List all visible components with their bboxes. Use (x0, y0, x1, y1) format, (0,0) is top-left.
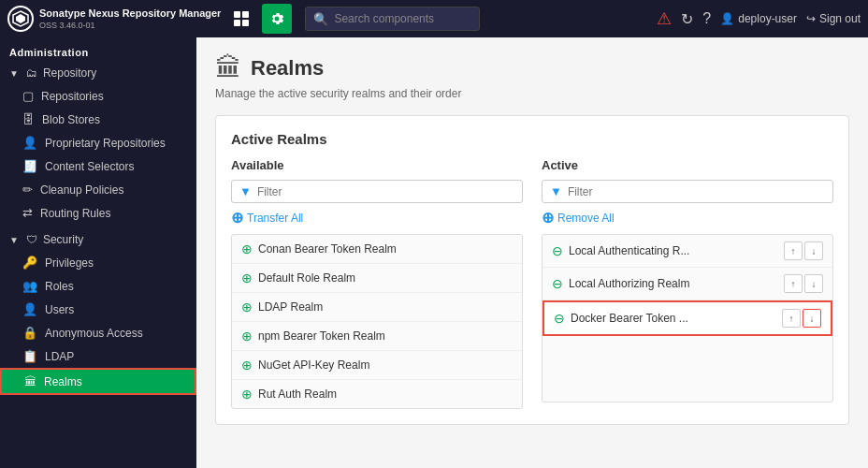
realm-item-label-npm: npm Bearer Token Realm (258, 329, 513, 343)
svg-marker-1 (16, 14, 25, 23)
search-icon: 🔍 (313, 12, 328, 26)
sidebar-group-header-repository[interactable]: ▼ 🗂 Repository (0, 62, 196, 84)
search-input[interactable] (334, 12, 471, 25)
realm-item-label-docker-bearer: Docker Bearer Token ... (571, 312, 776, 325)
app-version: OSS 3.46.0-01 (39, 21, 221, 30)
move-down-btn-docker-bearer[interactable]: ↓ (803, 309, 821, 328)
privileges-icon: 🔑 (22, 256, 37, 270)
app-logo: Sonatype Nexus Repository Manager OSS 3.… (7, 6, 221, 32)
realm-item-ldap[interactable]: ⊕ LDAP Realm (232, 293, 522, 322)
remove-all-btn[interactable]: ⊕ Remove All (542, 209, 833, 227)
sidebar-item-blob-stores[interactable]: 🗄 Blob Stores (0, 108, 196, 131)
realm-item-label-default-role: Default Role Realm (258, 271, 513, 285)
realm-item-icon: ⊕ (241, 241, 253, 256)
realm-item-local-auth[interactable]: ⊖ Local Authenticating R... ↑ ↓ (542, 235, 832, 268)
move-down-btn-local-auth[interactable]: ↓ (804, 241, 823, 260)
remove-all-icon: ⊕ (542, 209, 554, 227)
realm-item-icon: ⊖ (554, 311, 565, 326)
signout-label: Sign out (819, 12, 861, 25)
realm-item-label-rut-auth: Rut Auth Realm (258, 388, 513, 401)
move-up-btn-local-auth[interactable]: ↑ (784, 241, 803, 260)
sidebar-item-label-content-selectors: Content Selectors (45, 160, 134, 173)
active-filter-icon: ▼ (550, 184, 562, 198)
sidebar-item-anonymous-access[interactable]: 🔒 Anonymous Access (0, 321, 196, 344)
realm-item-label-local-auth: Local Authenticating R... (569, 244, 778, 257)
page-header: 🏛 Realms (215, 52, 849, 83)
realm-item-icon: ⊕ (241, 387, 253, 402)
svg-rect-4 (234, 20, 240, 26)
realm-item-default-role[interactable]: ⊕ Default Role Realm (232, 264, 522, 293)
sidebar-group-header-security[interactable]: ▼ 🛡 Security (0, 228, 196, 251)
move-up-btn-docker-bearer[interactable]: ↑ (782, 309, 801, 328)
realm-item-npm[interactable]: ⊕ npm Bearer Token Realm (232, 322, 522, 351)
sidebar-item-label-realms: Realms (44, 375, 82, 388)
cleanup-icon: ✏ (22, 183, 33, 197)
main-content: 🏛 Realms Manage the active security real… (196, 37, 868, 468)
sidebar-item-label-ldap: LDAP (45, 350, 74, 363)
realm-item-label-ldap: LDAP Realm (258, 300, 513, 314)
signout-btn[interactable]: ↪ Sign out (806, 12, 861, 25)
sidebar-item-roles[interactable]: 👥 Roles (0, 274, 196, 298)
remove-all-label: Remove All (557, 212, 615, 225)
help-icon[interactable]: ? (702, 10, 711, 27)
sidebar-group-label-security: Security (43, 233, 83, 246)
realm-item-label-local-authz: Local Authorizing Realm (569, 277, 778, 290)
svg-rect-2 (234, 11, 240, 18)
realms-columns: Available ▼ ⊕ Transfer All ⊕ Conan Beare… (231, 158, 833, 409)
active-filter-input[interactable] (568, 185, 825, 198)
security-group-icon: 🛡 (26, 233, 37, 246)
sidebar-item-routing-rules[interactable]: ⇄ Routing Rules (0, 201, 196, 225)
page-title: Realms (251, 56, 324, 80)
sidebar-item-label-blob-stores: Blob Stores (42, 113, 100, 126)
sidebar-item-label-cleanup: Cleanup Policies (40, 183, 123, 197)
page-subtitle: Manage the active security realms and th… (215, 87, 849, 100)
sidebar-item-realms[interactable]: 🏛 Realms (0, 368, 196, 395)
refresh-icon[interactable]: ↻ (681, 10, 693, 28)
realm-item-icon: ⊕ (241, 358, 253, 373)
svg-rect-3 (242, 11, 249, 18)
sidebar-group-security: ▼ 🛡 Security 🔑 Privileges 👥 Roles 👤 User… (0, 228, 196, 395)
realm-item-local-authz[interactable]: ⊖ Local Authorizing Realm ↑ ↓ (542, 268, 832, 300)
sidebar-item-users[interactable]: 👤 Users (0, 298, 196, 321)
sidebar-item-label-proprietary: Proprietary Repositories (45, 137, 166, 150)
move-down-btn-local-authz[interactable]: ↓ (804, 274, 823, 293)
components-icon-btn[interactable] (226, 4, 256, 34)
realms-icon: 🏛 (24, 374, 36, 388)
user-menu-btn[interactable]: 👤 deploy-user (720, 12, 797, 25)
sidebar-item-cleanup-policies[interactable]: ✏ Cleanup Policies (0, 178, 196, 201)
transfer-all-btn[interactable]: ⊕ Transfer All (231, 209, 523, 227)
svg-rect-5 (242, 20, 249, 26)
search-bar[interactable]: 🔍 (305, 7, 480, 31)
active-filter-box[interactable]: ▼ (542, 180, 833, 203)
sidebar-item-repositories[interactable]: ▢ Repositories (0, 84, 196, 108)
realm-item-icon: ⊕ (241, 300, 253, 314)
move-up-btn-local-authz[interactable]: ↑ (784, 274, 803, 293)
sidebar-group-label-repository: Repository (43, 66, 96, 80)
settings-icon-btn[interactable] (262, 4, 292, 34)
sidebar-item-ldap[interactable]: 📋 LDAP (0, 344, 196, 368)
sidebar-item-label-routing: Routing Rules (40, 207, 110, 220)
realm-item-icon: ⊖ (552, 276, 563, 291)
sidebar: Administration ▼ 🗂 Repository ▢ Reposito… (0, 37, 196, 468)
realms-container: Active Realms Available ▼ ⊕ Transfer All (215, 115, 849, 425)
sidebar-item-content-selectors[interactable]: 🧾 Content Selectors (0, 154, 196, 178)
sidebar-item-privileges[interactable]: 🔑 Privileges (0, 251, 196, 274)
available-column-header: Available (231, 158, 523, 172)
repositories-icon: ▢ (22, 89, 34, 103)
signout-icon: ↪ (806, 12, 816, 25)
alert-icon[interactable]: ⚠ (657, 8, 672, 29)
realm-item-conan[interactable]: ⊕ Conan Bearer Token Realm (232, 235, 522, 264)
available-filter-input[interactable] (257, 185, 514, 198)
realm-item-docker-bearer[interactable]: ⊖ Docker Bearer Token ... ↑ ↓ (542, 300, 832, 336)
realm-item-rut-auth[interactable]: ⊕ Rut Auth Realm (232, 380, 522, 408)
chevron-icon: ▼ (9, 68, 19, 79)
nav-user-area: ⚠ ↻ ? 👤 deploy-user ↪ Sign out (657, 8, 861, 29)
page-header-icon: 🏛 (215, 52, 241, 83)
logo-icon (7, 6, 34, 32)
sidebar-item-proprietary-repos[interactable]: 👤 Proprietary Repositories (0, 131, 196, 154)
realm-item-nuget[interactable]: ⊕ NuGet API-Key Realm (232, 351, 522, 380)
available-filter-box[interactable]: ▼ (231, 180, 523, 203)
blob-stores-icon: 🗄 (22, 112, 35, 126)
realm-item-icon: ⊕ (241, 271, 253, 285)
repository-group-icon: 🗂 (26, 66, 37, 80)
